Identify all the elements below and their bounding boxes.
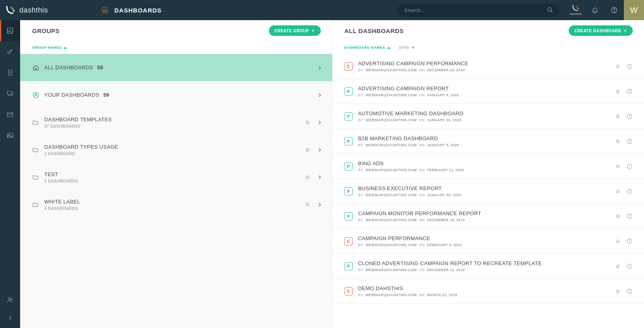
- search-icon[interactable]: [547, 6, 554, 14]
- menu-icon[interactable]: [615, 114, 621, 119]
- svg-point-83: [629, 215, 630, 215]
- info-icon[interactable]: [626, 113, 633, 120]
- create-group-button[interactable]: CREATE GROUP +: [269, 25, 321, 36]
- group-subtitle: 2 DASHBOARDS: [44, 179, 305, 183]
- menu-icon[interactable]: [615, 64, 621, 69]
- dashboard-title: CAMPAIGN PERFORMANCE: [358, 235, 615, 241]
- brand-mini[interactable]: dashthis: [566, 0, 585, 20]
- topbar: dashthis DASHBOARDS dashthis W: [0, 0, 644, 20]
- info-icon[interactable]: [626, 188, 633, 195]
- group-row[interactable]: TEST2 DASHBOARDS: [20, 164, 332, 191]
- info-icon[interactable]: [626, 213, 633, 220]
- dashboard-meta: BY WEBINAR@DASHTHIS.COM ON JANUARY 6, 20…: [358, 93, 615, 97]
- dashboard-row[interactable]: CCAMPAIGN PERFORMANCEBY WEBINAR@DASHTHIS…: [332, 229, 644, 254]
- info-icon[interactable]: [626, 163, 633, 170]
- dashboard-row[interactable]: PB2B MARKETING DASHBOARDBY WEBINAR@DASHT…: [332, 129, 644, 154]
- menu-icon[interactable]: [305, 202, 310, 208]
- chevron-right-icon: [7, 315, 13, 321]
- svg-point-25: [8, 297, 11, 300]
- dashboard-meta: BY WEBINAR@DASHTHIS.COM ON FEBRUARY 3, 2…: [358, 243, 615, 247]
- sort-dashboard-names[interactable]: DASHBOARD NAMES: [345, 46, 390, 50]
- svg-point-9: [576, 6, 577, 7]
- nav-mail[interactable]: [0, 104, 20, 125]
- nav-add-user[interactable]: [0, 289, 20, 310]
- svg-rect-21: [7, 91, 12, 95]
- logo[interactable]: dashthis: [0, 5, 55, 15]
- caret-up-icon: [64, 47, 67, 49]
- nav-reports[interactable]: [0, 62, 20, 83]
- menu-icon[interactable]: [615, 289, 621, 294]
- sort-date[interactable]: DATE: [399, 46, 415, 50]
- menu-icon[interactable]: [615, 189, 621, 194]
- nav-collapse[interactable]: [0, 310, 20, 326]
- dashboard-meta: BY WEBINAR@DASHTHIS.COM ON MARCH 21, 201…: [358, 293, 615, 297]
- dashboard-row[interactable]: CADVERTISING CAMPAIGN PERFORMANCEBY WEBI…: [332, 54, 644, 79]
- image-icon: [6, 132, 14, 139]
- dashboard-row[interactable]: PCAMPAIGN MONITOR PERFORMANCE REPORTBY W…: [332, 204, 644, 229]
- group-title: ALL DASHBOARDS: [44, 64, 93, 71]
- group-row[interactable]: DASHBOARD TYPES USAGE1 DASHBOARD: [20, 136, 332, 164]
- dashboard-row[interactable]: PCLONED ADVERTISING CAMPAIGN REPORT TO R…: [332, 254, 644, 279]
- group-subtitle: 37 DASHBOARDS: [44, 124, 305, 129]
- help-button[interactable]: [605, 0, 624, 20]
- folder-icon: [32, 119, 44, 126]
- group-count: 59: [103, 92, 109, 98]
- group-subtitle: 1 DASHBOARD: [44, 152, 305, 156]
- menu-icon[interactable]: [615, 139, 621, 144]
- chevron-right-icon: [317, 147, 322, 153]
- chevron-right-icon: [317, 92, 322, 98]
- topbar-right: dashthis W: [566, 0, 644, 20]
- nav-images[interactable]: [0, 125, 20, 146]
- search-wrap: [398, 4, 559, 17]
- folder-icon: [32, 147, 44, 153]
- info-icon[interactable]: [626, 88, 633, 95]
- logo-icon: [6, 5, 15, 15]
- menu-icon[interactable]: [305, 120, 310, 125]
- dashboard-list: CADVERTISING CAMPAIGN PERFORMANCEBY WEBI…: [332, 54, 644, 328]
- menu-icon[interactable]: [615, 89, 621, 94]
- user-avatar[interactable]: W: [624, 0, 644, 20]
- search-input[interactable]: [398, 4, 559, 17]
- svg-point-95: [629, 265, 630, 265]
- nav-dashboards[interactable]: [0, 20, 20, 41]
- create-dashboard-button[interactable]: CREATE DASHBOARD +: [569, 25, 633, 36]
- svg-point-77: [629, 190, 630, 190]
- menu-icon[interactable]: [305, 174, 310, 180]
- svg-point-71: [629, 165, 630, 165]
- layers-icon: [6, 90, 14, 97]
- menu-icon[interactable]: [305, 147, 310, 153]
- info-icon[interactable]: [626, 238, 633, 245]
- menu-icon[interactable]: [615, 214, 621, 219]
- plus-icon: +: [623, 27, 627, 34]
- menu-icon[interactable]: [615, 264, 621, 269]
- group-row[interactable]: ALL DASHBOARDS59: [20, 54, 332, 81]
- info-icon[interactable]: [626, 263, 633, 270]
- notifications-button[interactable]: [585, 0, 605, 20]
- type-badge: P: [345, 162, 353, 170]
- nav-templates[interactable]: [0, 83, 20, 104]
- dashboard-row[interactable]: PBUSINESS EXECUTIVE REPORTBY WEBINAR@DAS…: [332, 179, 644, 204]
- group-row[interactable]: DASHBOARD TEMPLATES37 DASHBOARDS: [20, 109, 332, 136]
- info-icon[interactable]: [626, 138, 633, 145]
- dashboard-row[interactable]: PBING ADSBY WEBINAR@DASHTHIS.COM ON FEBR…: [332, 154, 644, 179]
- info-icon[interactable]: [626, 288, 633, 295]
- side-nav: [0, 20, 20, 328]
- dashboard-row[interactable]: PADVERTISING CAMPAIGN REPORTBY WEBINAR@D…: [332, 79, 644, 104]
- info-icon[interactable]: [626, 63, 633, 70]
- type-badge: P: [345, 137, 353, 145]
- dashboard-row[interactable]: PAUTOMOTIVE MARKETING DASHBOARDBY WEBINA…: [332, 104, 644, 129]
- caret-down-icon: [411, 47, 415, 49]
- svg-rect-6: [106, 11, 107, 12]
- type-badge: P: [345, 112, 353, 120]
- svg-point-53: [629, 90, 630, 90]
- group-subtitle: 4 DASHBOARDS: [44, 206, 305, 211]
- group-row[interactable]: YOUR DASHBOARDS59: [20, 81, 332, 109]
- menu-icon[interactable]: [615, 239, 621, 244]
- group-row[interactable]: WHITE LABEL4 DASHBOARDS: [20, 191, 332, 218]
- mail-icon: [6, 111, 14, 118]
- nav-integrations[interactable]: [0, 41, 20, 62]
- dashboard-row[interactable]: CDEMO DAHSTHISBY WEBINAR@DASHTHIS.COM ON…: [332, 279, 644, 304]
- sort-group-names[interactable]: GROUP NAMES: [32, 46, 67, 50]
- menu-icon[interactable]: [615, 164, 621, 169]
- svg-point-18: [8, 51, 10, 54]
